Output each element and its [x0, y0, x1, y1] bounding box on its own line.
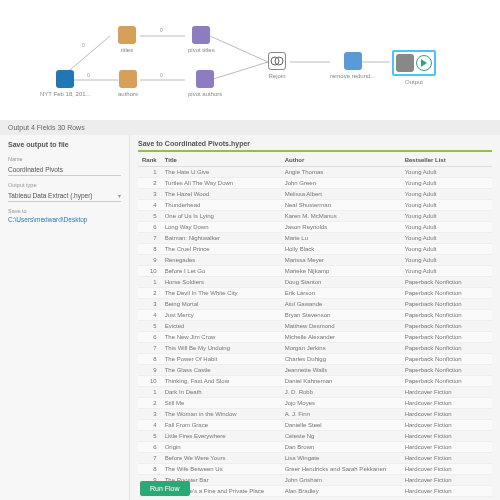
output-selected: [392, 50, 436, 76]
badge: 0: [158, 72, 165, 78]
field-label: Save to: [8, 208, 121, 214]
sidebar-heading: Save output to file: [8, 141, 121, 148]
field-label: Output type: [8, 182, 121, 188]
badge: 0: [80, 42, 87, 48]
node-label: NYT Feb 18, 201...: [40, 91, 91, 97]
node-label: pivot titles: [188, 47, 215, 53]
grid-icon: [118, 26, 136, 44]
preview-table: Rank Title Author Bestseller List 1The H…: [138, 154, 492, 497]
name-field[interactable]: Name Coordinated Pivots: [8, 156, 121, 176]
table-row[interactable]: 7This Will Be My UndoingMorgan JerkinsPa…: [138, 343, 492, 354]
flow-canvas[interactable]: 0 0 0 0 NYT Feb 18, 201... titles author…: [0, 0, 500, 120]
table-row[interactable]: 2Still MeJojo MoyesHardcover Fiction: [138, 398, 492, 409]
table-row[interactable]: 5EvictedMatthew DesmondPaperback Nonfict…: [138, 321, 492, 332]
col-author[interactable]: Author: [281, 154, 401, 167]
table-row[interactable]: 2Turtles All The Way DownJohn GreenYoung…: [138, 178, 492, 189]
preview-title: Save to Coordinated Pivots.hyper: [130, 135, 500, 150]
table-row[interactable]: 6Long Way DownJason ReynoldsYoung Adult: [138, 222, 492, 233]
table-row[interactable]: 3Being MortalAtul GawandePaperback Nonfi…: [138, 299, 492, 310]
type-select[interactable]: Tableau Data Extract (.hyper): [8, 192, 93, 199]
table-row[interactable]: 5One of Us Is LyingKaren M. McManusYoung…: [138, 211, 492, 222]
run-flow-button[interactable]: Run Flow: [140, 481, 190, 496]
accent-bar: [138, 150, 492, 152]
table-row[interactable]: 10Thinking, Fast And SlowDaniel Kahneman…: [138, 376, 492, 387]
pivot-icon: [192, 26, 210, 44]
table-row[interactable]: 5Little Fires EverywhereCeleste NgHardco…: [138, 431, 492, 442]
saveto-field: Save to C:\Users\medward\Desktop: [8, 208, 121, 223]
node-source[interactable]: NYT Feb 18, 201...: [40, 70, 91, 97]
table-row[interactable]: 4ThunderheadNeal ShustermanYoung Adult: [138, 200, 492, 211]
clean-icon: [344, 52, 362, 70]
play-icon[interactable]: [416, 55, 432, 71]
join-icon: [268, 52, 286, 70]
node-authors[interactable]: authors: [118, 70, 138, 97]
chevron-down-icon: ▾: [118, 192, 121, 199]
output-sidebar: Save output to file Name Coordinated Piv…: [0, 135, 130, 500]
table-row[interactable]: 8The Power Of HabitCharles DuhiggPaperba…: [138, 354, 492, 365]
node-pivot-titles[interactable]: pivot titles: [188, 26, 215, 53]
node-label: authors: [118, 91, 138, 97]
table-row[interactable]: 4Fall From GraceDanielle SteelHardcover …: [138, 420, 492, 431]
table-row[interactable]: 9The Glass CastleJeannette WallsPaperbac…: [138, 365, 492, 376]
node-label: titles: [121, 47, 133, 53]
table-row[interactable]: 2The Devil In The White CityErik LarsonP…: [138, 288, 492, 299]
col-title[interactable]: Title: [161, 154, 281, 167]
col-list[interactable]: Bestseller List: [401, 154, 492, 167]
pivot-icon: [196, 70, 214, 88]
node-label: Rejoin: [268, 73, 285, 79]
save-path-link[interactable]: C:\Users\medward\Desktop: [8, 216, 121, 223]
node-label: remove redund...: [330, 73, 375, 79]
badge: 0: [158, 27, 165, 33]
table-row[interactable]: 9The Rooster BarJohn GrishamHardcover Fi…: [138, 475, 492, 486]
node-clean[interactable]: remove redund...: [330, 52, 375, 79]
col-rank[interactable]: Rank: [138, 154, 161, 167]
node-pivot-authors[interactable]: pivot authors: [188, 70, 222, 97]
database-icon: [56, 70, 74, 88]
table-row[interactable]: 7Batman: NightwalkerMarie LuYoung Adult: [138, 233, 492, 244]
table-row[interactable]: 3The Woman in the WindowA. J. FinnHardco…: [138, 409, 492, 420]
node-label: pivot authors: [188, 91, 222, 97]
table-row[interactable]: 4Just MercyBryan StevensonPaperback Nonf…: [138, 310, 492, 321]
name-input[interactable]: Coordinated Pivots: [8, 166, 63, 173]
table-row[interactable]: 1The Hate U GiveAngie ThomasYoung Adult: [138, 167, 492, 178]
node-titles[interactable]: titles: [118, 26, 136, 53]
table-row[interactable]: 9RenegadesMarissa MeyerYoung Adult: [138, 255, 492, 266]
table-row[interactable]: 10The Grave's a Fine and Private PlaceAl…: [138, 486, 492, 497]
preview-pane: Save to Coordinated Pivots.hyper Rank Ti…: [130, 135, 500, 500]
table-row[interactable]: 7Before We Were YoursLisa WingateHardcov…: [138, 453, 492, 464]
table-row[interactable]: 8The Cruel PrinceHolly BlackYoung Adult: [138, 244, 492, 255]
grid-icon: [119, 70, 137, 88]
table-row[interactable]: 6The New Jim CrowMichelle AlexanderPaper…: [138, 332, 492, 343]
node-rejoin[interactable]: Rejoin: [268, 52, 286, 79]
table-row[interactable]: 10Before I Let GoMarieke NijkampYoung Ad…: [138, 266, 492, 277]
type-field[interactable]: Output type Tableau Data Extract (.hyper…: [8, 182, 121, 202]
output-header: Output 4 Fields 30 Rows: [0, 120, 500, 135]
table-row[interactable]: 6OriginDan BrownHardcover Fiction: [138, 442, 492, 453]
table-row[interactable]: 8The Wife Between UsGreer Hendricks and …: [138, 464, 492, 475]
field-label: Name: [8, 156, 121, 162]
table-row[interactable]: 1Horse SoldiersDoug StantonPaperback Non…: [138, 277, 492, 288]
table-row[interactable]: 3The Hazel WoodMelissa AlbertYoung Adult: [138, 189, 492, 200]
node-label: Output: [405, 79, 423, 85]
node-output[interactable]: Output: [392, 50, 436, 85]
output-icon: [396, 54, 414, 72]
table-row[interactable]: 1Dark In DeathJ. D. RobbHardcover Fictio…: [138, 387, 492, 398]
